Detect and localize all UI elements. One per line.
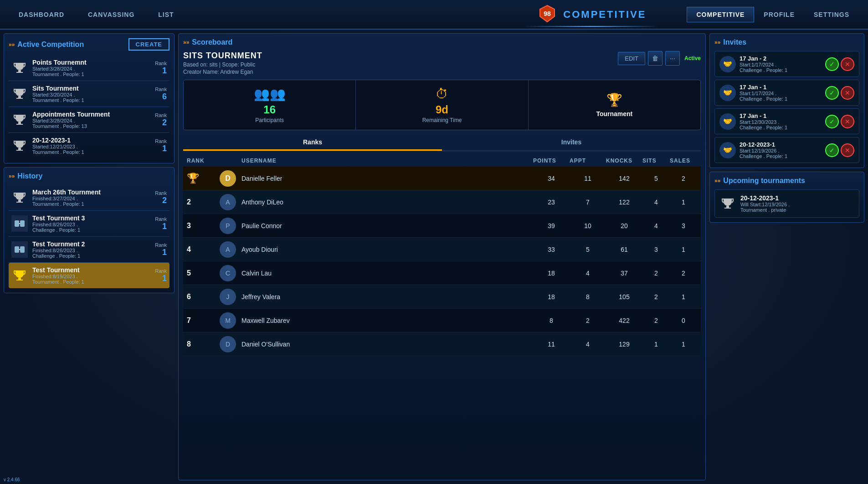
decline-button[interactable]: ✕ xyxy=(841,143,854,157)
nav-canvassing[interactable]: CANVASSING xyxy=(78,7,144,22)
invite-name: 17 Jan - 1 xyxy=(740,112,822,119)
knocks-cell: 422 xyxy=(606,317,642,324)
nav-dashboard[interactable]: DASHBOARD xyxy=(9,7,74,22)
upcoming-item[interactable]: 20-12-2023-1 Will Start:12/19/2026 . Tou… xyxy=(714,189,859,218)
svg-rect-16 xyxy=(18,278,21,280)
invite-item: 🤝 17 Jan - 1 Start:1/17/2024 . Challenge… xyxy=(714,80,859,106)
invite-info: 17 Jan - 2 Start:1/17/2024 . Challenge .… xyxy=(740,55,822,73)
create-button[interactable]: CREATE xyxy=(128,38,169,51)
table-row[interactable]: 3 P Paulie Connor 39 10 20 4 3 xyxy=(183,214,701,238)
rank-info: Rank 2 xyxy=(155,190,167,205)
accept-button[interactable]: ✓ xyxy=(825,115,839,128)
scoreboard-header: SITS TOURNMENT Based on: sits | Scope: P… xyxy=(183,51,701,75)
rank-info: Rank 6 xyxy=(155,87,167,102)
avatar-cell: D xyxy=(214,170,241,187)
points-cell: 23 xyxy=(533,199,570,206)
points-cell: 18 xyxy=(533,293,570,301)
rank-cell: 5 xyxy=(187,269,214,277)
accept-button[interactable]: ✓ xyxy=(825,86,839,100)
invites-list: 🤝 17 Jan - 2 Start:1/17/2024 . Challenge… xyxy=(714,51,859,163)
trophy-icon xyxy=(11,138,28,154)
decline-button[interactable]: ✕ xyxy=(841,57,854,71)
main-layout: Active Competition CREATE Points Tournem… xyxy=(0,30,868,484)
active-competition-title: Active Competition xyxy=(9,41,84,49)
shield-icon: 98 xyxy=(538,5,556,23)
invites-header: Invites xyxy=(714,38,859,46)
trophy-icon xyxy=(11,60,28,76)
appt-cell: 10 xyxy=(570,222,606,229)
appt-cell: 8 xyxy=(570,293,606,301)
rank-info: Rank 1 xyxy=(155,268,167,283)
history-item-highlighted[interactable]: Test Tournment Finished:8/19/2023 . Tour… xyxy=(9,263,169,288)
scoreboard-section-title: Scoreboard xyxy=(183,38,701,46)
table-row[interactable]: 2 A Anthony DiLeo 23 7 122 4 1 xyxy=(183,190,701,214)
avatar-cell: P xyxy=(214,218,241,234)
accept-button[interactable]: ✓ xyxy=(825,57,839,71)
competition-item[interactable]: Appointments Tournment Started:3/28/2024… xyxy=(9,107,169,133)
nav-center: 98 COMPETITIVE xyxy=(495,2,687,27)
invite-info: 20-12-2023-1 Start:12/19/2026 . Challeng… xyxy=(740,141,822,159)
comp-info: March 26th Tournment Finished:3/27/2024 … xyxy=(32,189,150,207)
invite-actions: ✓ ✕ xyxy=(825,57,854,71)
table-row[interactable]: 6 J Jeffrey Valera 18 8 105 2 1 xyxy=(183,285,701,309)
invite-actions: ✓ ✕ xyxy=(825,143,854,157)
invite-name: 17 Jan - 1 xyxy=(740,84,822,91)
col-points: POINTS xyxy=(533,158,570,164)
handshake-icon: 🤝 xyxy=(719,113,736,130)
sits-cell: 5 xyxy=(642,175,670,182)
rank-cell: 4 xyxy=(187,245,214,254)
nav-settings[interactable]: SETTINGS xyxy=(804,7,859,22)
svg-rect-5 xyxy=(16,98,23,99)
history-panel: History March 26th Tournment Finished:3/… xyxy=(4,167,175,293)
rank-cell: 2 xyxy=(187,198,214,206)
comp-detail2: Tournament . People: 1 xyxy=(32,71,150,77)
table-row[interactable]: 4 A Ayoub Diouri 33 5 61 3 1 xyxy=(183,238,701,261)
nav-competitive[interactable]: COMPETITIVE xyxy=(687,7,754,22)
appt-cell: 5 xyxy=(570,246,606,253)
knocks-cell: 37 xyxy=(606,270,642,277)
svg-rect-18 xyxy=(726,206,729,208)
decline-button[interactable]: ✕ xyxy=(841,86,854,100)
col-knocks: KNOCKS xyxy=(606,158,642,164)
svg-rect-13 xyxy=(20,220,25,227)
history-item[interactable]: March 26th Tournment Finished:3/27/2024 … xyxy=(9,185,169,211)
tab-ranks[interactable]: Ranks xyxy=(183,135,442,151)
scoreboard-actions-area: EDIT 🗑 ··· Active xyxy=(618,51,701,66)
edit-button[interactable]: EDIT xyxy=(618,52,645,65)
appt-cell: 11 xyxy=(570,175,606,182)
table-row[interactable]: 7 M Maxwell Zubarev 8 2 422 2 0 xyxy=(183,309,701,332)
competition-item[interactable]: Points Tournemnt Started:3/28/2024 . Tou… xyxy=(9,55,169,81)
rank-info: Rank 1 xyxy=(155,242,167,257)
trophy-icon xyxy=(11,112,28,128)
knocks-cell: 142 xyxy=(606,175,642,182)
history-item[interactable]: Test Tournment 2 Finished:8/26/2023 . Ch… xyxy=(9,237,169,263)
comp-name: Appointments Tournment xyxy=(32,111,150,118)
sits-cell: 2 xyxy=(642,317,670,324)
avatar: D xyxy=(220,170,236,187)
accept-button[interactable]: ✓ xyxy=(825,143,839,157)
decline-button[interactable]: ✕ xyxy=(841,115,854,128)
points-cell: 11 xyxy=(533,341,570,348)
timer-icon: ⏱ xyxy=(436,87,448,102)
upcoming-detail: Will Start:12/19/2026 . xyxy=(740,202,854,207)
col-avatar xyxy=(214,158,241,164)
more-options-button[interactable]: ··· xyxy=(665,51,680,66)
sits-cell: 1 xyxy=(642,341,670,348)
comp-detail: Finished:3/27/2024 . xyxy=(32,196,150,201)
knocks-cell: 122 xyxy=(606,199,642,206)
comp-detail2: Tournament . People: 1 xyxy=(32,201,150,207)
competition-item[interactable]: 20-12-2023-1 Started:12/21/2023 . Tourna… xyxy=(9,133,169,158)
participants-icon: 👥👥 xyxy=(254,87,286,102)
table-row[interactable]: 8 D Daniel O'Sullivan 11 4 129 1 1 xyxy=(183,332,701,356)
nav-profile[interactable]: PROFILE xyxy=(754,7,804,22)
history-item[interactable]: Test Tournment 3 Finished:8/26/2023 . Ch… xyxy=(9,211,169,237)
table-row[interactable]: 5 C Calvin Lau 18 4 37 2 2 xyxy=(183,261,701,285)
rank-cell: 8 xyxy=(187,340,214,348)
nav-list[interactable]: LIST xyxy=(149,7,183,22)
delete-button[interactable]: 🗑 xyxy=(648,51,663,66)
table-row[interactable]: 🏆 D Danielle Feller 34 11 142 5 2 xyxy=(183,167,701,190)
competition-item[interactable]: Sits Tournment Started:3/20/2024 . Tourn… xyxy=(9,81,169,107)
tab-invites[interactable]: Invites xyxy=(442,135,701,151)
rank-info: Rank 1 xyxy=(155,138,167,153)
avatar-cell: A xyxy=(214,194,241,210)
